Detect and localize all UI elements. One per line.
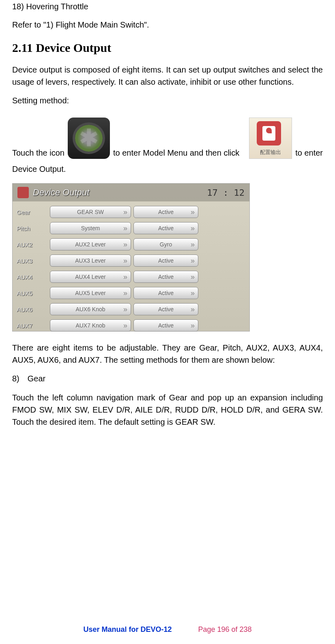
row-left-button[interactable]: AUX5 Lever — [50, 287, 131, 299]
gear-paragraph: Touch the left column navigation mark of… — [12, 392, 323, 428]
icon-line-part3: to enter — [295, 147, 323, 159]
row-left-button[interactable]: AUX4 Lever — [50, 271, 131, 283]
heading-18: 18) Hovering Throttle — [12, 2, 323, 11]
row-right-button[interactable]: Active — [133, 222, 198, 234]
row-left-button[interactable]: AUX6 Knob — [50, 303, 131, 315]
row-label: AUX5 — [17, 290, 47, 297]
row-label: AUX7 — [17, 322, 47, 329]
page-footer: User Manual for DEVO-12 Page 196 of 238 — [0, 625, 335, 634]
screen-title: Device Output — [33, 187, 89, 198]
row-label: Gear — [17, 209, 47, 216]
screen-header: Device Output 17 : 12 — [13, 184, 249, 201]
row-left-button[interactable]: System — [50, 222, 131, 234]
icon-line-part4: Device Output. — [12, 163, 323, 175]
icon-instruction-line: Touch the icon to enter Model Menu and t… — [12, 118, 323, 159]
section-heading-2-11: 2.11 Device Output — [12, 41, 323, 55]
subsection-8-gear: 8) Gear — [12, 374, 323, 383]
screen-row-gear: Gear GEAR SW Active — [17, 205, 245, 219]
row-label: AUX4 — [17, 274, 47, 280]
row-right-button[interactable]: Active — [133, 287, 198, 299]
row-label: AUX3 — [17, 257, 47, 264]
row-right-button[interactable]: Gyro — [133, 238, 198, 250]
row-right-button[interactable]: Active — [133, 271, 198, 283]
screen-body: Gear GEAR SW Active Pitch System Active … — [13, 201, 249, 338]
intro-paragraph: Device output is composed of eight items… — [12, 64, 323, 88]
row-right-button[interactable]: Active — [133, 303, 198, 315]
row-label: AUX2 — [17, 241, 47, 248]
row-label: AUX6 — [17, 306, 47, 313]
device-output-screenshot: Device Output 17 : 12 Gear GEAR SW Activ… — [12, 183, 250, 332]
icon-line-part1: Touch the icon — [12, 147, 64, 159]
screen-row-pitch: Pitch System Active — [17, 221, 245, 235]
screen-row-aux7: AUX7 AUX7 Knob Active — [17, 318, 245, 333]
row-left-button[interactable]: GEAR SW — [50, 206, 131, 218]
footer-manual-title: User Manual for DEVO-12 — [83, 625, 172, 633]
row-right-button[interactable]: Active — [133, 206, 198, 218]
row-label: Pitch — [17, 225, 47, 232]
screen-row-aux5: AUX5 AUX5 Lever Active — [17, 286, 245, 300]
row-left-button[interactable]: AUX2 Lever — [50, 238, 131, 250]
row-left-button[interactable]: AUX7 Knob — [50, 319, 131, 332]
screen-app-icon — [17, 187, 29, 198]
refer-text: Refer to "1) Flight Mode Main Switch". — [12, 20, 323, 30]
setting-method-label: Setting method: — [12, 96, 323, 105]
footer-page-number: Page 196 of 238 — [198, 625, 251, 633]
screen-time: 17 : 12 — [207, 188, 245, 198]
screen-row-aux2: AUX2 AUX2 Lever Gyro — [17, 237, 245, 252]
row-left-button[interactable]: AUX3 Lever — [50, 255, 131, 267]
screen-row-aux6: AUX6 AUX6 Knob Active — [17, 302, 245, 317]
screen-row-aux4: AUX4 AUX4 Lever Active — [17, 270, 245, 284]
settings-gear-icon — [68, 118, 110, 159]
row-right-button[interactable]: Active — [133, 255, 198, 267]
icon-line-part2: to enter Model Menu and then click — [113, 147, 246, 159]
screen-row-aux3: AUX3 AUX3 Lever Active — [17, 253, 245, 268]
device-output-config-icon — [249, 118, 292, 159]
row-right-button[interactable]: Active — [133, 319, 198, 332]
eight-items-paragraph: There are eight items to be adjustable. … — [12, 342, 323, 366]
